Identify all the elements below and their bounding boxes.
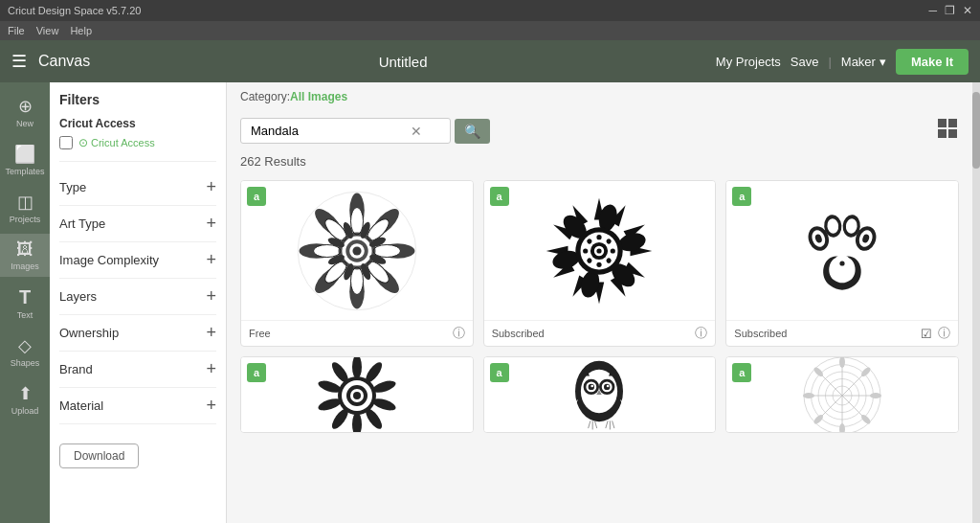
filter-art-type-add-icon: +	[206, 214, 216, 234]
image-card-4[interactable]: a	[240, 356, 474, 433]
cricut-access-text: Cricut Access	[91, 137, 155, 148]
sidebar-item-templates[interactable]: ⬜ Templates	[0, 138, 50, 182]
svg-rect-2	[938, 129, 947, 138]
card-1-label: Free	[249, 328, 271, 339]
grid-view-toggle[interactable]	[936, 117, 959, 145]
cricut-access-icon: ⊙	[78, 136, 88, 149]
hamburger-icon[interactable]: ☰	[11, 51, 27, 72]
sidebar-item-projects[interactable]: ◫ Projects	[0, 186, 50, 230]
sidebar-new-label: New	[16, 119, 33, 128]
save-button[interactable]: Save	[791, 55, 819, 69]
search-clear-icon[interactable]: ✕	[411, 124, 422, 139]
image-grid: a	[240, 180, 959, 433]
card-1-info-icon[interactable]: ⓘ	[453, 325, 465, 342]
sidebar-shapes-label: Shapes	[11, 358, 40, 368]
sidebar-item-images[interactable]: 🖼 Images	[0, 234, 50, 277]
maker-button[interactable]: Maker ▾	[841, 55, 886, 69]
filter-ownership-add-icon: +	[206, 323, 216, 343]
sidebar-item-shapes[interactable]: ◇ Shapes	[0, 330, 50, 374]
restore-button[interactable]: ❐	[945, 4, 955, 17]
cricut-access-label: Cricut Access	[59, 117, 216, 130]
svg-rect-0	[938, 119, 947, 127]
title-bar: Cricut Design Space v5.7.20 ─ ❐ ✕	[0, 0, 980, 21]
image-card-1[interactable]: a	[240, 180, 474, 347]
search-button[interactable]: 🔍	[455, 119, 490, 144]
shapes-icon: ◇	[18, 335, 32, 356]
filter-row-art-type[interactable]: Art Type +	[59, 206, 216, 242]
svg-point-90	[353, 392, 361, 399]
scrollbar-thumb[interactable]	[972, 92, 980, 169]
images-icon: 🖼	[16, 239, 33, 260]
card-2-info-icon[interactable]: ⓘ	[695, 325, 707, 342]
category-link[interactable]: All Images	[290, 90, 347, 103]
cricut-access-badge-6: a	[732, 363, 751, 382]
maker-label: Maker	[841, 55, 876, 69]
filter-complexity-add-icon: +	[206, 250, 216, 270]
text-icon: T	[19, 286, 31, 308]
svg-point-100	[607, 385, 610, 388]
card-2-label: Subscribed	[492, 328, 545, 339]
cricut-access-checkbox[interactable]	[59, 136, 73, 149]
search-bar: ✕ 🔍	[227, 111, 972, 150]
card-3-check-icon[interactable]: ☑	[921, 327, 932, 341]
card-3-info-icon[interactable]: ⓘ	[938, 325, 950, 342]
chevron-down-icon: ▾	[880, 55, 886, 69]
svg-point-60	[584, 248, 589, 253]
cricut-access-badge-5: a	[490, 363, 509, 382]
canvas-label: Canvas	[38, 53, 90, 70]
filter-download-area: Download	[59, 443, 216, 468]
right-scrollbar[interactable]	[972, 82, 980, 523]
image-1-preview	[241, 181, 473, 320]
content-area: Category: All Images ✕ 🔍 262 Results	[227, 82, 972, 523]
filter-title: Filters	[59, 92, 216, 107]
image-4-preview	[241, 357, 473, 433]
filter-material-label: Material	[59, 398, 103, 413]
download-button[interactable]: Download	[59, 443, 139, 468]
close-button[interactable]: ✕	[963, 4, 972, 17]
image-card-2-footer: Subscribed ⓘ	[484, 320, 716, 346]
make-it-button[interactable]: Make It	[896, 49, 969, 75]
image-card-5[interactable]: a	[483, 356, 717, 433]
filter-ownership-label: Ownership	[59, 326, 119, 340]
filter-row-brand[interactable]: Brand +	[59, 352, 216, 388]
image-card-3[interactable]: a	[725, 180, 959, 347]
svg-point-75	[840, 261, 845, 265]
new-icon: ⊕	[18, 96, 33, 117]
my-projects-button[interactable]: My Projects	[716, 55, 781, 69]
main-layout: ⊕ New ⬜ Templates ◫ Projects 🖼 Images T …	[0, 82, 980, 523]
cricut-access-badge-2: a	[490, 187, 509, 206]
svg-point-25	[352, 246, 361, 255]
image-grid-container: a	[227, 172, 972, 523]
svg-point-119	[803, 393, 814, 398]
svg-point-54	[597, 235, 602, 239]
filter-row-image-complexity[interactable]: Image Complexity +	[59, 242, 216, 279]
filter-row-ownership[interactable]: Ownership +	[59, 315, 216, 352]
svg-rect-1	[948, 119, 957, 127]
cricut-access-badge: ⊙ Cricut Access	[78, 136, 155, 149]
svg-rect-3	[948, 129, 957, 138]
svg-point-76	[352, 357, 362, 379]
filter-row-material[interactable]: Material +	[59, 388, 216, 424]
filter-row-layers[interactable]: Layers +	[59, 279, 216, 315]
svg-point-56	[611, 248, 615, 253]
menu-file[interactable]: File	[8, 25, 25, 36]
sidebar-item-text[interactable]: T Text	[0, 281, 50, 326]
filter-row-type[interactable]: Type +	[59, 170, 216, 206]
app-title: Cricut Design Space v5.7.20	[8, 5, 141, 16]
menu-view[interactable]: View	[36, 25, 59, 36]
svg-point-113	[839, 357, 845, 368]
minimize-button[interactable]: ─	[928, 4, 937, 17]
projects-icon: ◫	[17, 192, 33, 213]
image-card-6[interactable]: a	[725, 356, 959, 433]
sidebar-item-new[interactable]: ⊕ New	[0, 90, 50, 134]
card-3-label: Subscribed	[734, 328, 787, 339]
image-3-preview	[726, 181, 958, 320]
sidebar-projects-label: Projects	[10, 215, 41, 224]
cricut-access-badge-3: a	[732, 187, 751, 206]
sidebar-item-upload[interactable]: ⬆ Upload	[0, 377, 50, 421]
filter-material-add-icon: +	[206, 396, 216, 416]
sidebar-images-label: Images	[11, 262, 39, 271]
image-5-preview	[484, 357, 716, 433]
menu-help[interactable]: Help	[70, 25, 92, 36]
image-card-2[interactable]: a	[483, 180, 717, 347]
